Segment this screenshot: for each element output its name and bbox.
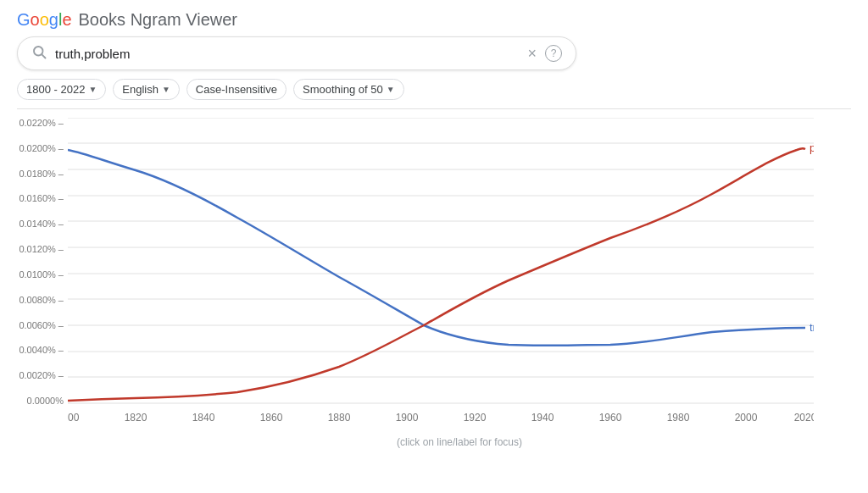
chart-footer: (click on line/label for focus) [68,436,851,448]
chart-area: 1800 1820 1840 1860 1880 1900 1920 1940 … [68,118,851,435]
app-header: Google Books Ngram Viewer [0,0,868,36]
y-label-0: 0.0220% – [19,118,64,128]
svg-text:1940: 1940 [531,412,554,424]
y-label-3: 0.0160% – [19,193,64,203]
y-label-4: 0.0140% – [19,219,64,229]
svg-text:1960: 1960 [599,412,622,424]
case-filter[interactable]: Case-Insensitive [186,79,287,100]
help-button[interactable]: ? [545,45,562,62]
clear-button[interactable]: × [527,45,537,63]
language-chevron: ▼ [162,85,170,94]
main-chart-svg: 1800 1820 1840 1860 1880 1900 1920 1940 … [68,118,814,431]
date-range-label: 1800 - 2022 [26,83,85,96]
svg-text:2020: 2020 [794,412,814,424]
svg-text:1860: 1860 [260,412,283,424]
chart-wrapper: 0.0220% – 0.0200% – 0.0180% – 0.0160% – … [0,109,868,448]
google-logo: Google [17,10,72,30]
svg-line-1 [42,54,45,58]
y-label-2: 0.0180% – [19,169,64,179]
y-label-8: 0.0060% – [19,320,64,330]
y-label-1: 0.0200% – [19,143,64,153]
svg-text:1840: 1840 [192,412,215,424]
case-label: Case-Insensitive [196,83,277,96]
y-label-11: 0.0000% [27,396,64,406]
truth-label[interactable]: truth [810,321,814,334]
svg-text:1820: 1820 [125,412,147,424]
date-range-filter[interactable]: 1800 - 2022 ▼ [17,79,106,100]
smoothing-label: Smoothing of 50 [303,83,383,96]
svg-text:1980: 1980 [667,412,690,424]
language-label: English [122,83,159,96]
y-label-6: 0.0100% – [19,269,64,280]
search-box: × ? [17,36,576,70]
smoothing-filter[interactable]: Smoothing of 50 ▼ [293,79,404,100]
y-label-5: 0.0120% – [19,244,64,254]
svg-text:1800: 1800 [68,412,80,424]
svg-text:2000: 2000 [735,412,758,424]
y-label-7: 0.0080% – [19,295,64,305]
smoothing-chevron: ▼ [387,85,395,94]
svg-text:1880: 1880 [328,412,351,424]
search-input[interactable] [55,47,527,61]
search-area: × ? [0,36,868,79]
language-filter[interactable]: English ▼ [113,79,180,100]
svg-text:1900: 1900 [396,412,419,424]
app-title: Books Ngram Viewer [79,10,237,30]
problem-label[interactable]: problem [810,141,814,154]
y-label-9: 0.0040% – [19,345,64,355]
date-range-chevron: ▼ [88,85,97,94]
search-icon [31,44,47,63]
y-label-10: 0.0020% – [19,370,64,380]
svg-text:1920: 1920 [464,412,487,424]
filter-area: 1800 - 2022 ▼ English ▼ Case-Insensitive… [0,79,868,108]
y-axis: 0.0220% – 0.0200% – 0.0180% – 0.0160% – … [17,118,64,406]
